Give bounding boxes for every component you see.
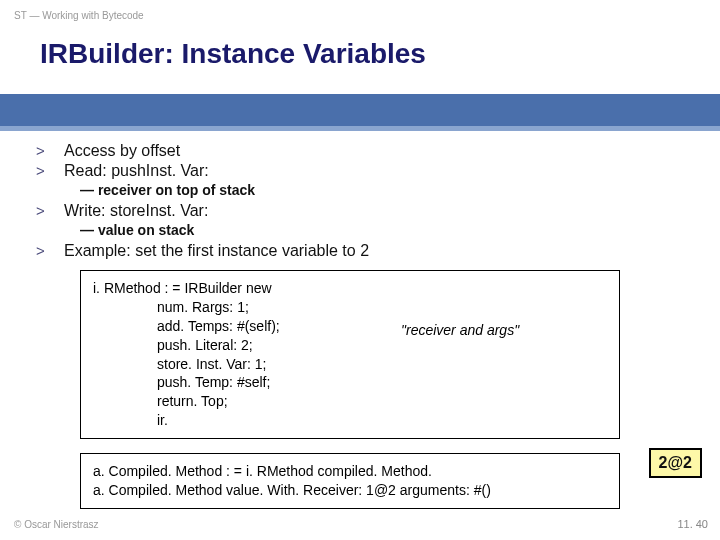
title-underline bbox=[0, 126, 720, 131]
footer-page-number: 11. 40 bbox=[677, 518, 708, 530]
result-badge: 2@2 bbox=[649, 448, 702, 478]
code-line: push. Literal: 2; bbox=[93, 336, 607, 355]
footer-copyright: © Oscar Nierstrasz bbox=[14, 519, 99, 530]
code-line: a. Compiled. Method : = i. RMethod compi… bbox=[93, 463, 432, 479]
code-line: num. Rargs: 1; bbox=[93, 298, 607, 317]
list-item: > Read: pushInst. Var: bbox=[36, 162, 696, 180]
bullet-icon: > bbox=[36, 202, 64, 219]
code-line: ir. bbox=[93, 411, 607, 430]
list-item: > Example: set the first instance variab… bbox=[36, 242, 696, 260]
title-wrap: IRBuilder: Instance Variables bbox=[0, 38, 720, 70]
code-line: return. Top; bbox=[93, 392, 607, 411]
bullet-icon: > bbox=[36, 242, 64, 259]
content-area: > Access by offset > Read: pushInst. Var… bbox=[36, 142, 696, 509]
sub-item: — value on stack bbox=[80, 222, 696, 238]
header-label: ST — Working with Bytecode bbox=[14, 10, 144, 21]
item-text: Read: pushInst. Var: bbox=[64, 162, 209, 180]
code-line: store. Inst. Var: 1; bbox=[93, 355, 607, 374]
code-line: i. RMethod : = IRBuilder new bbox=[93, 280, 272, 296]
title-bar bbox=[0, 94, 720, 126]
code-block-1: i. RMethod : = IRBuilder new num. Rargs:… bbox=[80, 270, 620, 439]
item-text: Access by offset bbox=[64, 142, 180, 160]
code-line: push. Temp: #self; bbox=[93, 373, 607, 392]
list-item: > Access by offset bbox=[36, 142, 696, 160]
code-block-2: a. Compiled. Method : = i. RMethod compi… bbox=[80, 453, 620, 509]
item-text: Example: set the first instance variable… bbox=[64, 242, 369, 260]
list-item: > Write: storeInst. Var: bbox=[36, 202, 696, 220]
code-line: add. Temps: #(self); bbox=[93, 317, 607, 336]
item-text: Write: storeInst. Var: bbox=[64, 202, 208, 220]
page-title: IRBuilder: Instance Variables bbox=[40, 38, 720, 70]
bullet-icon: > bbox=[36, 142, 64, 159]
code-line: a. Compiled. Method value. With. Receive… bbox=[93, 482, 491, 498]
sub-item: — receiver on top of stack bbox=[80, 182, 696, 198]
code-annotation: "receiver and args" bbox=[401, 321, 519, 340]
bullet-icon: > bbox=[36, 162, 64, 179]
